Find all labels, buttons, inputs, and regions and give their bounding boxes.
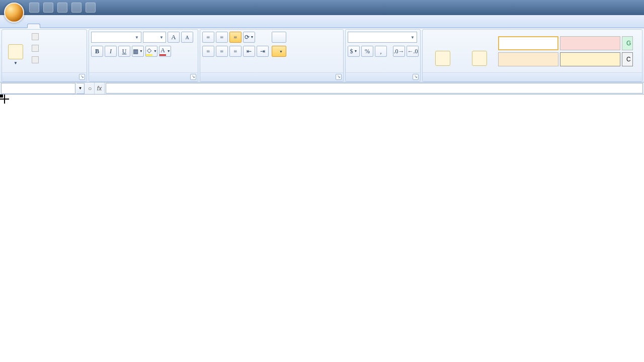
style-good[interactable]: G [622,36,633,50]
align-top-button[interactable]: ≡ [202,32,214,43]
percent-button[interactable]: % [361,46,373,57]
scissors-icon [32,33,39,40]
paste-icon [8,44,23,59]
clipboard-launcher[interactable]: ↘ [79,74,85,80]
increase-decimal-button[interactable]: .0→ [393,46,405,57]
tab-team[interactable] [125,24,137,28]
comma-button[interactable]: , [375,46,387,57]
style-normal[interactable] [498,36,558,50]
tab-review[interactable] [89,24,101,28]
align-middle-button[interactable]: ≡ [216,32,228,43]
ribbon: ▼ ↘ ▼ ▼ A A B I [0,28,644,82]
underline-button[interactable]: U [118,46,130,57]
qat-redo-icon[interactable] [57,3,67,13]
decrease-decimal-button[interactable]: ←.0 [407,46,419,57]
group-styles: G C [422,29,642,82]
qat-save-icon[interactable] [29,3,39,13]
cancel-icon[interactable]: ○ [86,82,95,94]
align-right-button[interactable]: ≡ [229,46,242,57]
number-format-dropdown[interactable]: ▼ [348,32,417,43]
quick-access-toolbar [29,3,96,13]
font-name-dropdown[interactable]: ▼ [91,32,141,43]
cond-format-icon [435,51,450,66]
font-launcher[interactable]: ↘ [190,74,196,80]
wrap-text-button[interactable] [272,32,286,43]
style-bad[interactable] [560,36,620,50]
group-alignment: ≡ ≡ ≡ ⟳▼ ≡ ≡ ≡ ⇤ ⇥ ▼ [200,29,344,82]
align-center-button[interactable]: ≡ [216,46,228,57]
grow-font-button[interactable]: A [168,32,180,43]
orientation-button[interactable]: ⟳▼ [243,32,255,43]
tab-page-layout[interactable] [52,24,64,28]
shrink-font-button[interactable]: A [181,32,193,43]
copy-button[interactable] [29,43,44,53]
worksheet-grid[interactable] [0,95,644,362]
group-font: ▼ ▼ A A B I U ▦▼ ◇▼ A▼ ↘ [89,29,198,82]
merge-center-button[interactable]: ▼ [272,46,286,57]
name-box[interactable] [1,83,75,94]
formula-input[interactable] [106,83,643,94]
alignment-launcher[interactable]: ↘ [336,74,342,80]
tab-view[interactable] [101,24,113,28]
font-size-dropdown[interactable]: ▼ [143,32,166,43]
brush-icon [32,56,39,63]
accounting-button[interactable]: $▼ [348,46,360,57]
tab-home[interactable] [27,24,40,28]
group-clipboard: ▼ ↘ [2,29,87,82]
tab-data[interactable] [76,24,89,28]
fill-color-button[interactable]: ◇▼ [145,46,157,57]
decrease-indent-button[interactable]: ⇤ [243,46,255,57]
office-button[interactable] [4,3,24,23]
style-neutral[interactable] [498,52,558,66]
region-border [0,95,1,96]
name-box-dropdown[interactable]: ▼ [76,83,85,94]
increase-indent-button[interactable]: ⇥ [257,46,269,57]
fill-handle[interactable] [0,95,3,98]
tab-formulas[interactable] [64,24,76,28]
format-painter-button[interactable] [29,55,44,65]
cut-button[interactable] [29,32,44,42]
bold-button[interactable]: B [91,46,103,57]
selection-outline [0,95,2,97]
region-border [0,95,1,96]
conditional-formatting-button[interactable] [425,34,461,69]
name-box-container: ▼ [0,82,86,94]
group-number: ▼ $▼ % , .0→ ←.0 ↘ [345,29,421,82]
cell-cursor-icon [0,95,9,104]
copy-icon [32,45,39,52]
align-left-button[interactable]: ≡ [202,46,214,57]
region-border [0,95,1,96]
tab-developer[interactable] [113,24,125,28]
italic-button[interactable]: I [105,46,117,57]
align-bottom-button[interactable]: ≡ [229,32,242,43]
paste-button[interactable]: ▼ [4,32,27,67]
style-calculation[interactable] [560,52,620,66]
format-as-table-button[interactable] [464,34,495,69]
title-bar [0,0,644,15]
style-check-cell[interactable]: C [622,52,633,66]
tab-insert[interactable] [40,24,52,28]
table-icon [472,51,487,66]
ribbon-tabs [0,15,644,28]
qat-button[interactable] [86,3,96,13]
number-launcher[interactable]: ↘ [413,74,419,80]
border-button[interactable]: ▦▼ [132,46,144,57]
font-color-button[interactable]: A▼ [159,46,171,57]
qat-undo-icon[interactable] [43,3,53,13]
fx-button[interactable]: fx [95,82,105,94]
formula-bar: ▼ ○ fx [0,82,644,95]
qat-button[interactable] [71,3,82,13]
